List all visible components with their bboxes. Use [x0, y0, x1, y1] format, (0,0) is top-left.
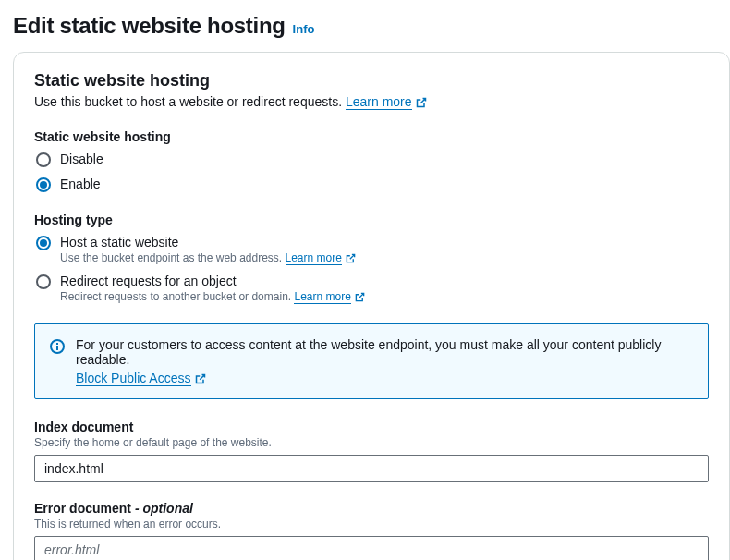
radio-redirect-requests[interactable]: Redirect requests for an object Redirect… — [34, 274, 709, 303]
alert-text: For your customers to access content at … — [76, 337, 693, 367]
group-label-hosting-type: Hosting type — [34, 213, 709, 227]
radio-icon — [36, 274, 51, 289]
radio-icon — [36, 152, 51, 167]
learn-more-link[interactable]: Learn more — [294, 290, 350, 304]
svg-rect-1 — [56, 346, 58, 350]
error-document-optional: - optional — [131, 501, 193, 516]
page-title: Edit static website hosting — [13, 13, 286, 39]
field-index-document: Index document Specify the home or defau… — [34, 420, 709, 482]
radio-label-enable: Enable — [60, 177, 101, 191]
radio-icon — [36, 236, 51, 250]
field-error-document: Error document - optional This is return… — [34, 501, 709, 560]
panel-title: Static website hosting — [34, 71, 709, 91]
error-document-sub: This is returned when an error occurs. — [34, 517, 709, 530]
radio-enable[interactable]: Enable — [34, 177, 709, 192]
group-hosting-type: Hosting type Host a static website Use t… — [34, 213, 709, 303]
info-icon — [50, 339, 65, 354]
radio-sub-redirect: Redirect requests to another bucket or d… — [60, 290, 365, 303]
index-document-sub: Specify the home or default page of the … — [34, 436, 709, 449]
block-public-access-link[interactable]: Block Public Access — [76, 371, 191, 386]
radio-label-disable: Disable — [60, 152, 103, 166]
learn-more-link[interactable]: Learn more — [346, 94, 412, 110]
radio-host-static-website[interactable]: Host a static website Use the bucket end… — [34, 235, 709, 264]
external-link-icon — [416, 97, 427, 108]
radio-icon — [36, 177, 51, 192]
error-document-label: Error document - optional — [34, 501, 709, 516]
radio-sub-text: Use the bucket endpoint as the web addre… — [60, 251, 286, 264]
group-static-website-hosting-toggle: Static website hosting Disable Enable — [34, 129, 709, 192]
index-document-label: Index document — [34, 420, 709, 434]
panel-description-text: Use this bucket to host a website or red… — [34, 94, 346, 109]
info-link[interactable]: Info — [293, 22, 315, 36]
info-alert-public-access: For your customers to access content at … — [34, 323, 709, 399]
learn-more-link[interactable]: Learn more — [286, 251, 342, 265]
radio-disable[interactable]: Disable — [34, 152, 709, 167]
external-link-icon — [346, 253, 356, 263]
svg-rect-2 — [56, 343, 58, 345]
error-document-input[interactable] — [34, 536, 709, 560]
radio-label-redirect: Redirect requests for an object — [60, 274, 365, 288]
group-label-swh: Static website hosting — [34, 129, 709, 144]
error-document-label-main: Error document — [34, 501, 131, 516]
radio-label-host-static: Host a static website — [60, 235, 356, 250]
external-link-icon — [195, 373, 206, 384]
index-document-input[interactable] — [34, 455, 709, 482]
radio-sub-host-static: Use the bucket endpoint as the web addre… — [60, 251, 356, 264]
external-link-icon — [355, 292, 365, 302]
panel-static-website-hosting: Static website hosting Use this bucket t… — [13, 52, 730, 560]
panel-description: Use this bucket to host a website or red… — [34, 94, 709, 109]
radio-sub-text: Redirect requests to another bucket or d… — [60, 290, 294, 303]
